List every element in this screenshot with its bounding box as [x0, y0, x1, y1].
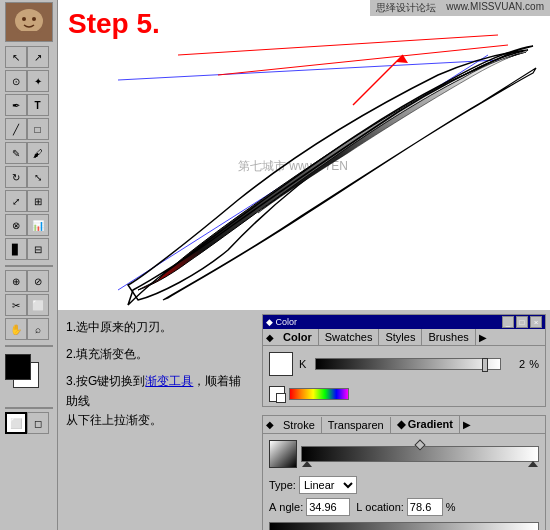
instruction-3-link: 渐变工具	[145, 374, 193, 388]
tab-swatches[interactable]: Swatches	[319, 329, 380, 345]
pen-tool[interactable]: ✒	[5, 94, 27, 116]
direct-select-tool[interactable]: ↗	[27, 46, 49, 68]
tool-row-11: ✂ ⬜	[5, 294, 53, 316]
gradient-preview-box	[269, 440, 297, 468]
color-panel-close[interactable]: ×	[530, 316, 542, 328]
foreground-color-swatch[interactable]	[5, 354, 31, 380]
scissor-tool[interactable]: ✂	[5, 294, 27, 316]
tool-row-9: ▊ ⊟	[5, 238, 53, 260]
color-panel-minimize[interactable]: _	[502, 316, 514, 328]
lasso-tool[interactable]: ⊙	[5, 70, 27, 92]
tool-row-fill: ⬜ ◻	[5, 412, 53, 434]
tab-styles[interactable]: Styles	[379, 329, 422, 345]
gradient-panel-content: Type: Linear Radial A ngle:	[263, 434, 545, 530]
warp-tool[interactable]: ⤢	[5, 190, 27, 212]
hand-tool[interactable]: ✋	[5, 318, 27, 340]
gradient-midpoint[interactable]	[414, 439, 425, 450]
tool-row-2: ⊙ ✦	[5, 70, 53, 92]
gradient-arrow-right: ▶	[460, 419, 474, 430]
type-tool[interactable]: T	[27, 94, 49, 116]
watermark-bar: 思绎设计论坛 www.MISSVUAN.com	[370, 0, 550, 16]
eraser-tool[interactable]: ⬜	[27, 294, 49, 316]
mesh-tool[interactable]: ⊟	[27, 238, 49, 260]
tab-color[interactable]: Color	[277, 329, 319, 345]
tool-row-5: ✎ 🖌	[5, 142, 53, 164]
type-field-group: Type: Linear Radial	[269, 476, 357, 494]
k-slider-thumb[interactable]	[482, 358, 488, 372]
tab-transparent[interactable]: Transparen	[322, 417, 391, 433]
angle-label: A	[269, 501, 276, 513]
gradient-bar[interactable]	[301, 446, 539, 462]
column-graph-tool[interactable]: ▊	[5, 238, 27, 260]
free-transform-tool[interactable]: ⊞	[27, 190, 49, 212]
eyedropper-tool[interactable]: ⊕	[5, 270, 27, 292]
instruction-3-pre: 3.按G键切换到	[66, 374, 145, 388]
zoom-tool[interactable]: ⌕	[27, 318, 49, 340]
location-label2: ocation:	[365, 501, 404, 513]
toolbar: ↖ ↗ ⊙ ✦ ✒ T ╱ □ ✎ 🖌 ↻ ⤡ ⤢ ⊞ ⊗ 📊	[0, 0, 58, 530]
stroke-swatch-small[interactable]	[269, 386, 285, 402]
fill-tool[interactable]: ⬜	[5, 412, 27, 434]
magic-wand-tool[interactable]: ✦	[27, 70, 49, 92]
graph-tool[interactable]: 📊	[27, 214, 49, 236]
tool-row-1: ↖ ↗	[5, 46, 53, 68]
color-panel: ◆ Color _ □ × ◆ Color Swatches Styles Br…	[262, 314, 546, 407]
gradient-stop-right[interactable]	[528, 461, 538, 467]
scale-tool[interactable]: ⤡	[27, 166, 49, 188]
canvas-area: Step 5. 第七城市 www.77EN	[58, 0, 550, 310]
color-panel-buttons: _ □ ×	[502, 316, 542, 328]
paint-bucket-tool[interactable]: ⊘	[27, 270, 49, 292]
watermark-left: 思绎设计论坛	[376, 1, 436, 15]
tool-row-4: ╱ □	[5, 118, 53, 140]
angle-field-group: A ngle:	[269, 498, 350, 516]
shape-tool[interactable]: □	[27, 118, 49, 140]
k-label: K	[299, 358, 311, 370]
location-input[interactable]	[407, 498, 443, 516]
rotate-tool[interactable]: ↻	[5, 166, 27, 188]
location-label: L	[356, 501, 362, 513]
tool-row-12: ✋ ⌕	[5, 318, 53, 340]
tab-stroke[interactable]: Stroke	[277, 417, 322, 433]
gradient-bottom-bar	[269, 522, 539, 530]
type-label: Type:	[269, 479, 296, 491]
svg-point-3	[32, 17, 36, 21]
angle-input[interactable]	[306, 498, 350, 516]
tool-row-6: ↻ ⤡	[5, 166, 53, 188]
brush-tool[interactable]: 🖌	[27, 142, 49, 164]
location-percent: %	[446, 501, 456, 513]
avatar	[5, 2, 53, 42]
instruction-2: 2.填充渐变色。	[66, 345, 250, 364]
mini-spectrum-bar[interactable]	[289, 388, 349, 400]
gradient-stop-left[interactable]	[302, 461, 312, 467]
toolbar-separator-3	[5, 407, 53, 409]
gradient-panel-tabs: ◆ Stroke Transparen ◆ Gradient ▶	[263, 416, 545, 434]
instruction-3: 3.按G键切换到渐变工具，顺着辅助线从下往上拉渐变。	[66, 372, 250, 430]
k-slider-track[interactable]	[315, 358, 501, 370]
panel-arrow-right: ▶	[476, 332, 490, 343]
blade-illustration: 第七城市 www.77EN	[58, 0, 550, 310]
instruction-3-end: 从下往上拉渐变。	[66, 413, 162, 427]
tab-brushes[interactable]: Brushes	[422, 329, 475, 345]
instruction-1: 1.选中原来的刀刃。	[66, 318, 250, 337]
gradient-fields: Type: Linear Radial	[269, 476, 539, 494]
color-panel-title: ◆ Color	[266, 317, 297, 327]
k-slider-container: K 2 %	[299, 358, 539, 370]
gradient-bar-container	[301, 446, 539, 462]
color-panel-maximize[interactable]: □	[516, 316, 528, 328]
line-tool[interactable]: ╱	[5, 118, 27, 140]
arrow-tool[interactable]: ↖	[5, 46, 27, 68]
gradient-arrow-left: ◆	[263, 419, 277, 430]
color-panel-bottom	[263, 382, 545, 406]
tab-gradient[interactable]: ◆ Gradient	[391, 416, 460, 433]
pencil-tool[interactable]: ✎	[5, 142, 27, 164]
color-preview	[269, 352, 293, 376]
svg-line-5	[118, 60, 498, 80]
k-percent: %	[529, 358, 539, 370]
panel-arrow-left: ◆	[263, 332, 277, 343]
blend-tool[interactable]: ⊗	[5, 214, 27, 236]
svg-line-7	[178, 35, 498, 55]
location-field-group: L ocation: %	[356, 498, 455, 516]
type-select[interactable]: Linear Radial	[299, 476, 357, 494]
stroke-tool[interactable]: ◻	[27, 412, 49, 434]
color-panel-titlebar: ◆ Color _ □ ×	[263, 315, 545, 329]
